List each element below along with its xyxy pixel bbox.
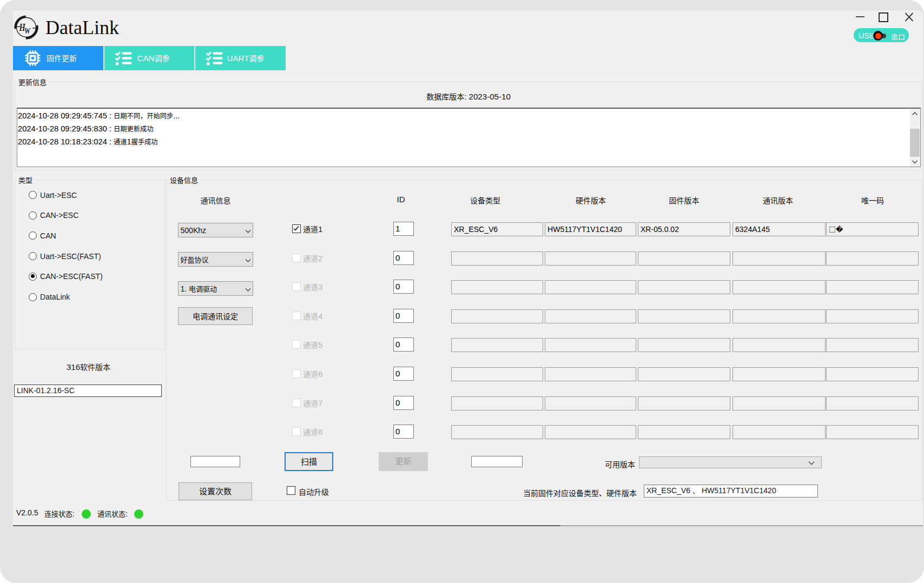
channel-checkbox[interactable]	[292, 224, 301, 233]
device-field	[826, 396, 919, 410]
channel-label: 通道5	[303, 339, 322, 350]
device-field	[638, 367, 730, 381]
checklist-icon	[206, 51, 223, 66]
device-field	[451, 367, 543, 381]
set-count-button[interactable]: 设置次数	[179, 482, 252, 500]
baud-rate-select[interactable]: 500Khz	[178, 223, 253, 237]
column-header: 设备类型	[470, 195, 500, 206]
channel-id-input[interactable]: 0	[393, 396, 414, 410]
device-field	[545, 251, 636, 266]
chevron-down-icon	[245, 229, 251, 234]
channel-checkbox[interactable]	[292, 399, 301, 407]
drive-mode-select[interactable]: 1. 电调驱动	[178, 281, 253, 296]
channel-id-input[interactable]: 0	[393, 367, 414, 381]
device-info-group-label: 设备信息	[168, 175, 200, 185]
radio-label: DataLink	[40, 293, 70, 301]
chip-icon	[25, 50, 41, 66]
device-field	[451, 338, 543, 352]
column-header: 硬件版本	[576, 195, 606, 206]
current-firmware-label: 当前固件对应设备类型、硬件版本	[523, 487, 637, 498]
device-field	[732, 251, 826, 266]
svg-text:W: W	[24, 26, 31, 36]
tab-label: CAN调参	[137, 52, 170, 63]
app-window: H W DataLink USB 串口 固件更新	[0, 0, 924, 583]
radio-circle[interactable]	[29, 231, 37, 240]
minimize-button[interactable]	[855, 12, 866, 23]
device-field: 6324A145	[732, 222, 826, 236]
channel-id-input[interactable]: 0	[393, 337, 414, 352]
column-header: 固件版本	[669, 195, 699, 206]
log-scrollbar-thumb[interactable]	[910, 129, 920, 157]
comm-status-dot	[134, 509, 143, 519]
log-scrollbar[interactable]	[910, 109, 920, 167]
radio-circle[interactable]	[29, 273, 37, 281]
scroll-up-icon[interactable]	[910, 109, 920, 118]
device-field: HW5117YT1V1C1420	[545, 222, 636, 236]
radio-circle[interactable]	[29, 191, 37, 199]
tab-can-tuning[interactable]: CAN调参	[104, 46, 195, 70]
device-field	[638, 396, 730, 410]
tab-label: 固件更新	[47, 52, 77, 63]
firmware-input[interactable]	[471, 456, 523, 467]
statusbar-separator	[13, 525, 560, 526]
column-header: ID	[397, 195, 405, 204]
channel-checkbox[interactable]	[292, 340, 301, 349]
radio-circle[interactable]	[29, 211, 37, 220]
device-field	[638, 280, 730, 294]
usb-serial-toggle[interactable]: USB 串口	[854, 28, 909, 42]
update-info-group: 更新信息 数据库版本: 2023-05-10 2024-10-28 09:29:…	[15, 82, 922, 170]
channel-id-input[interactable]: 0	[393, 425, 414, 439]
protocol-select[interactable]: 好盈协议	[178, 252, 253, 267]
device-field: □�	[826, 222, 919, 236]
device-field	[826, 425, 919, 439]
update-button[interactable]: 更新	[379, 452, 428, 471]
channel-checkbox[interactable]	[292, 369, 301, 378]
checklist-icon	[115, 51, 132, 66]
device-field	[826, 309, 919, 323]
channel-checkbox[interactable]	[292, 282, 301, 291]
channel-id-input[interactable]: 0	[393, 251, 414, 265]
available-version-select[interactable]	[639, 456, 822, 468]
device-field	[451, 309, 543, 323]
channel-id-input[interactable]: 1	[393, 222, 414, 236]
scroll-down-icon[interactable]	[910, 157, 920, 167]
device-field	[545, 338, 636, 352]
close-button[interactable]	[905, 12, 914, 22]
radio-circle[interactable]	[29, 293, 37, 301]
channel-id-input[interactable]: 0	[393, 280, 414, 294]
esc-comm-setting-button[interactable]: 电调通讯设定	[178, 307, 253, 325]
device-field	[826, 280, 919, 294]
channel-id-input[interactable]: 0	[393, 309, 414, 323]
device-field	[545, 425, 636, 439]
app-title: DataLink	[45, 16, 119, 39]
tab-uart-tuning[interactable]: UART调参	[195, 46, 286, 70]
tab-firmware-update[interactable]: 固件更新	[13, 46, 103, 70]
channel-checkbox[interactable]	[292, 312, 301, 320]
channel-label: 通道8	[303, 426, 322, 437]
current-firmware-input[interactable]: XR_ESC_V6 、 HW5117YT1V1C1420	[644, 485, 818, 498]
channel-checkbox[interactable]	[292, 254, 301, 262]
radio-label: CAN->ESC	[40, 211, 78, 220]
device-field	[638, 251, 730, 266]
channel-checkbox[interactable]	[292, 427, 301, 436]
toggle-knob-dot	[875, 33, 881, 39]
software-version-label: 316软件版本	[0, 361, 177, 372]
update-log[interactable]: 2024-10-28 09:29:45:745 : 日期不同，开始同步...20…	[17, 108, 921, 167]
db-version-label: 数据库版本: 2023-05-10	[15, 91, 922, 102]
conn-status-label: 连接状态:	[44, 508, 75, 519]
app-logo: H W	[14, 15, 39, 41]
device-field: XR-05.0.02	[638, 222, 730, 236]
scan-count-input[interactable]	[190, 456, 240, 467]
maximize-button[interactable]	[878, 12, 889, 23]
chevron-down-icon	[808, 461, 815, 466]
app-version: V2.0.5	[16, 508, 38, 517]
radio-circle[interactable]	[29, 252, 37, 260]
usb-label: USB	[859, 31, 875, 40]
scan-button[interactable]: 扫描	[285, 452, 333, 471]
statusbar-separator-right	[560, 525, 923, 526]
channel-label: 通道1	[303, 223, 322, 234]
software-version-input[interactable]: LINK-01.2.16-SC	[14, 385, 162, 397]
auto-upgrade-checkbox[interactable]	[287, 486, 295, 495]
device-field	[732, 396, 826, 410]
update-info-group-label: 更新信息	[16, 77, 49, 87]
